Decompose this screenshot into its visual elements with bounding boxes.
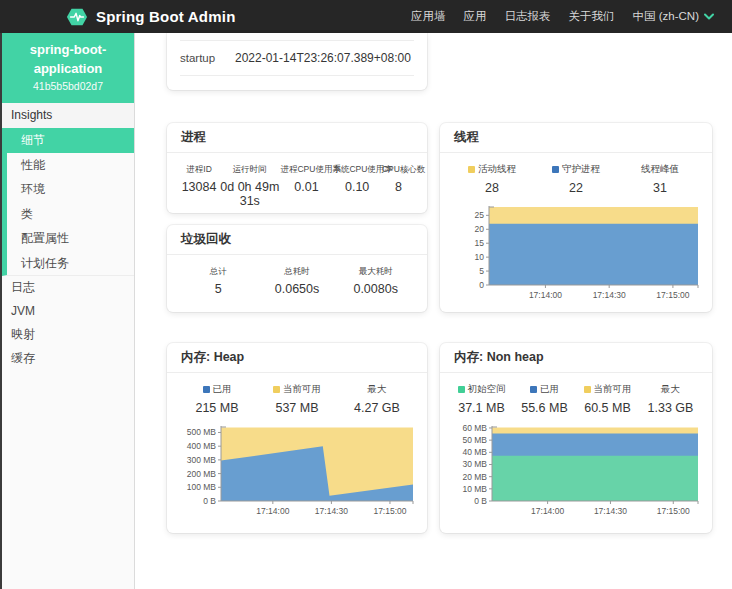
sidebar-item-environment[interactable]: 环境 <box>7 177 134 202</box>
sidebar-application-header[interactable]: spring-boot-application 41b5b5bd02d7 <box>2 33 134 103</box>
heap-max-value: 4.27 GB <box>337 401 417 415</box>
nonheap-legend: 初始空间37.1 MB 已用55.6 MB 当前可用60.5 MB 最大1.33… <box>440 383 712 415</box>
nav-about[interactable]: 关于我们 <box>569 9 615 24</box>
threads-chart: 051015202517:14:0017:14:3017:15:00 <box>454 202 698 298</box>
process-card-title: 进程 <box>167 123 427 153</box>
active-threads-value: 28 <box>450 181 534 195</box>
svg-text:300 MB: 300 MB <box>187 455 217 465</box>
process-col-syscpu: 系统CPU使用率 <box>332 164 382 176</box>
svg-text:200 MB: 200 MB <box>187 469 217 479</box>
startup-card: startup 2022-01-14T23:26:07.389+08:00 <box>167 33 427 90</box>
svg-text:60 MB: 60 MB <box>462 423 487 433</box>
startup-value: 2022-01-14T23:26:07.389+08:00 <box>235 51 411 65</box>
sidebar-item-insights[interactable]: Insights <box>2 103 134 128</box>
nonheap-memory-card: 内存: Non heap 初始空间37.1 MB 已用55.6 MB 当前可用6… <box>440 343 712 533</box>
active-threads-label: 活动线程 <box>478 163 516 176</box>
spring-boot-admin-logo-icon <box>66 6 88 28</box>
insights-submenu: 细节 性能 环境 类 配置属性 计划任务 <box>2 128 134 276</box>
locale-label: 中国 (zh-CN) <box>633 9 699 24</box>
sidebar-item-mappings[interactable]: 映射 <box>2 323 134 347</box>
svg-text:30 MB: 30 MB <box>462 459 487 469</box>
nav-journal[interactable]: 日志报表 <box>505 9 551 24</box>
active-threads-swatch <box>468 166 475 173</box>
nav-applications-wall[interactable]: 应用墙 <box>411 9 446 24</box>
gc-stats: 总计5 总耗时0.0650s 最大耗时0.0080s <box>167 266 427 296</box>
nonheap-initial-label: 初始空间 <box>468 383 506 396</box>
sidebar-item-config-props[interactable]: 配置属性 <box>7 226 134 251</box>
svg-text:5: 5 <box>479 266 484 276</box>
svg-text:500 MB: 500 MB <box>187 427 217 437</box>
process-col-cpu: 进程CPU使用率 <box>280 164 332 176</box>
nonheap-max-label: 最大 <box>661 383 680 396</box>
process-uptime-value: 0d 0h 49m 31s <box>219 180 280 208</box>
svg-text:20 MB: 20 MB <box>462 472 487 482</box>
gc-col-count: 总计 <box>179 266 258 278</box>
svg-text:17:14:30: 17:14:30 <box>593 290 626 300</box>
process-col-cores: CPU核心数 <box>382 164 415 176</box>
gc-card: 垃圾回收 总计5 总耗时0.0650s 最大耗时0.0080s <box>167 225 427 312</box>
topbar: Spring Boot Admin 应用墙 应用 日志报表 关于我们 中国 (z… <box>0 0 732 33</box>
sidebar-item-logs[interactable]: 日志 <box>2 276 134 300</box>
svg-text:17:15:00: 17:15:00 <box>657 506 690 516</box>
heap-used-value: 215 MB <box>177 401 257 415</box>
gc-col-total-time: 总耗时 <box>258 266 337 278</box>
daemon-threads-value: 22 <box>534 181 618 195</box>
threads-legend: 活动线程28 守护进程22 线程峰值31 <box>440 163 712 195</box>
svg-text:10: 10 <box>475 252 485 262</box>
nonheap-available-label: 当前可用 <box>594 383 632 396</box>
heap-card-title: 内存: Heap <box>167 343 427 373</box>
process-stats: 进程ID13084 运行时间0d 0h 49m 31s 进程CPU使用率0.01… <box>167 164 427 208</box>
svg-text:400 MB: 400 MB <box>187 441 217 451</box>
nonheap-available-value: 60.5 MB <box>576 401 639 415</box>
heap-available-value: 537 MB <box>257 401 337 415</box>
nonheap-used-value: 55.6 MB <box>513 401 576 415</box>
process-syscpu-value: 0.10 <box>332 180 382 194</box>
svg-text:100 MB: 100 MB <box>187 482 217 492</box>
svg-text:17:14:30: 17:14:30 <box>315 506 348 516</box>
threads-card-title: 线程 <box>440 123 712 153</box>
chevron-down-icon <box>704 13 714 20</box>
svg-text:17:14:00: 17:14:00 <box>529 290 562 300</box>
process-cores-value: 8 <box>382 180 415 194</box>
nonheap-initial-swatch <box>458 386 465 393</box>
heap-used-swatch <box>203 386 210 393</box>
sidebar-item-caches[interactable]: 缓存 <box>2 347 134 371</box>
svg-text:0: 0 <box>479 280 484 290</box>
sidebar-item-classes[interactable]: 类 <box>7 202 134 227</box>
svg-text:17:14:00: 17:14:00 <box>531 506 564 516</box>
peak-threads-label: 线程峰值 <box>641 163 679 176</box>
gc-max-time-value: 0.0080s <box>336 282 415 296</box>
nav-applications[interactable]: 应用 <box>464 9 487 24</box>
heap-memory-card: 内存: Heap 已用215 MB 当前可用537 MB 最大4.27 GB 0… <box>167 343 427 533</box>
gc-count-value: 5 <box>179 282 258 296</box>
svg-text:10 MB: 10 MB <box>462 484 487 494</box>
gc-col-max-time: 最大耗时 <box>336 266 415 278</box>
svg-text:17:15:00: 17:15:00 <box>656 290 689 300</box>
svg-text:25: 25 <box>475 210 485 220</box>
sidebar-item-jvm[interactable]: JVM <box>2 300 134 324</box>
nonheap-used-swatch <box>530 386 537 393</box>
nonheap-chart: 0 B10 MB20 MB30 MB40 MB50 MB60 MB17:14:0… <box>454 422 698 516</box>
locale-selector[interactable]: 中国 (zh-CN) <box>633 9 714 24</box>
process-cpu-value: 0.01 <box>280 180 332 194</box>
process-col-uptime: 运行时间 <box>219 164 280 176</box>
heap-available-label: 当前可用 <box>283 383 321 396</box>
nonheap-available-swatch <box>584 386 591 393</box>
svg-text:17:15:00: 17:15:00 <box>373 506 406 516</box>
brand[interactable]: Spring Boot Admin <box>66 6 236 28</box>
nonheap-used-label: 已用 <box>540 383 559 396</box>
gc-total-time-value: 0.0650s <box>258 282 337 296</box>
sidebar-item-performance[interactable]: 性能 <box>7 153 134 178</box>
daemon-threads-label: 守护进程 <box>562 163 600 176</box>
svg-text:40 MB: 40 MB <box>462 447 487 457</box>
heap-max-label: 最大 <box>368 383 387 396</box>
heap-legend: 已用215 MB 当前可用537 MB 最大4.27 GB <box>167 383 427 415</box>
sidebar-item-scheduled-tasks[interactable]: 计划任务 <box>7 251 134 276</box>
top-navigation: 应用墙 应用 日志报表 关于我们 中国 (zh-CN) <box>411 9 714 24</box>
svg-text:17:14:00: 17:14:00 <box>256 506 289 516</box>
process-card: 进程 进程ID13084 运行时间0d 0h 49m 31s 进程CPU使用率0… <box>167 123 427 213</box>
process-pid-value: 13084 <box>179 180 219 194</box>
sidebar-item-details[interactable]: 细节 <box>7 128 134 153</box>
heap-available-swatch <box>273 386 280 393</box>
application-name: spring-boot-application <box>12 41 124 79</box>
